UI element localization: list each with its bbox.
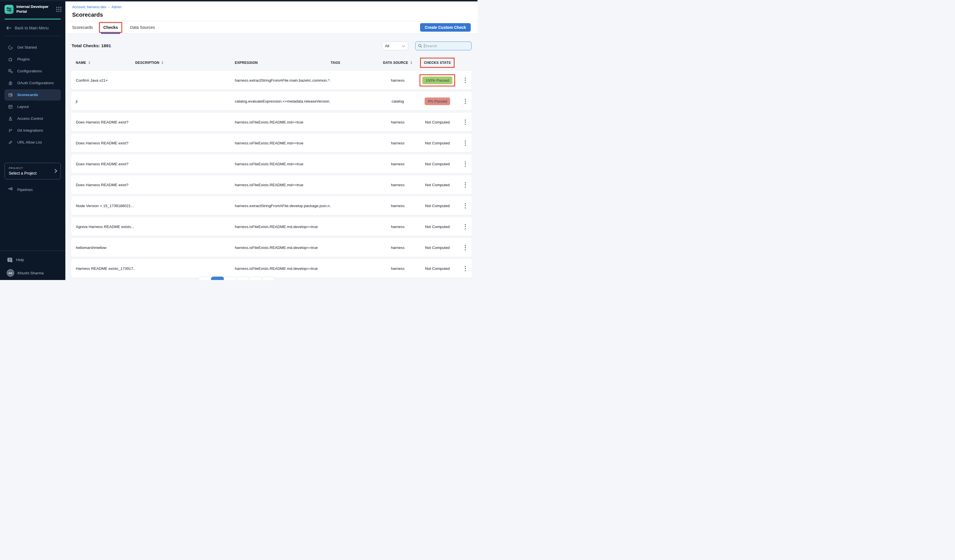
kebab-menu-icon[interactable] <box>459 197 472 215</box>
table-row[interactable]: Agniva Harness README exists... harness.… <box>71 217 471 236</box>
sidebar-item-configurations[interactable]: ⚙⚙ Configurations <box>5 66 61 77</box>
check-expression: harness.isFileExists.README.md==true <box>235 183 331 187</box>
pagination-page-button[interactable] <box>224 277 237 280</box>
kebab-menu-icon[interactable] <box>459 175 472 194</box>
table-row[interactable]: Confirm Java v21+ harness.extractStringF… <box>71 71 471 90</box>
search-icon <box>418 44 422 48</box>
sidebar-item-get-started[interactable]: Get Started <box>5 42 61 53</box>
sidebar-item-url-allow-list[interactable]: URL Allow List <box>5 137 61 148</box>
breadcrumb-account-link[interactable]: Account: harness-dev <box>72 5 106 9</box>
check-data-source: harness <box>379 78 416 83</box>
sidebar-divider <box>5 36 61 36</box>
sidebar: Internal Developer Portal Back to Main M… <box>0 0 65 280</box>
check-stats-cell: Not Computed <box>416 204 459 208</box>
table-row[interactable]: Node Version > 15_1739188021... harness.… <box>71 197 471 215</box>
kebab-menu-icon[interactable] <box>459 259 472 278</box>
link-icon <box>8 140 13 145</box>
status-badge: 100% Passed <box>422 76 452 84</box>
check-name: Agniva Harness README exists... <box>76 225 135 229</box>
sidebar-item-label: Configurations <box>17 69 42 73</box>
check-expression: harness.isFileExists.README.md.develop==… <box>235 245 331 250</box>
total-checks-label: Total Checks: 1891 <box>72 43 111 48</box>
check-stats-cell: Not Computed <box>416 162 459 166</box>
window-top-edge <box>0 0 478 2</box>
main-content: Account: harness-dev›Admin Scorecards Sc… <box>65 0 478 280</box>
table-row[interactable]: Does Harness README exist? harness.isFil… <box>71 175 471 194</box>
brand-title: Internal Developer Portal <box>16 5 55 14</box>
tab-data-sources[interactable]: Data Sources <box>130 25 155 30</box>
badge-wrap: 0% Passed <box>424 99 450 103</box>
kebab-menu-icon[interactable] <box>459 71 472 90</box>
project-meta: PROJECT Select a Project <box>9 167 55 175</box>
kebab-menu-icon[interactable] <box>459 92 472 111</box>
kebab-menu-icon[interactable] <box>459 134 472 152</box>
app-grid-icon[interactable] <box>56 7 61 12</box>
create-custom-check-button[interactable]: Create Custom Check <box>420 23 471 32</box>
status-badge: Not Computed <box>425 162 449 166</box>
sidebar-item-oauth-configurations[interactable]: OAuth Configurations <box>5 77 61 89</box>
help-label: Help <box>16 258 24 262</box>
app-root: Internal Developer Portal Back to Main M… <box>0 0 478 280</box>
sidebar-item-scorecards[interactable]: Scorecards <box>5 89 61 101</box>
tab-checks[interactable]: Checks <box>103 25 118 30</box>
check-name: Harness README exists_173917... <box>76 267 135 271</box>
sidebar-item-pipelines[interactable]: Pipelines <box>8 187 61 193</box>
search-input[interactable] <box>425 44 469 48</box>
badge-wrap: Not Computed <box>425 162 449 166</box>
sidebar-item-layout[interactable]: Layout <box>5 101 61 112</box>
pagination-next-button[interactable] <box>262 277 275 280</box>
pagination-page-button-active[interactable] <box>211 277 224 280</box>
check-data-source: harness <box>379 267 416 271</box>
sidebar-item-git-integrations[interactable]: Git Integrations <box>5 125 61 136</box>
sidebar-item-plugins[interactable]: Plugins <box>5 54 61 65</box>
sidebar-item-label: Plugins <box>17 57 30 61</box>
pagination-page-button[interactable] <box>236 277 249 280</box>
kebab-menu-icon[interactable] <box>459 154 472 173</box>
sort-icon[interactable] <box>410 61 412 64</box>
kebab-menu-icon[interactable] <box>459 217 472 236</box>
column-header-tags: TAGS <box>331 61 379 65</box>
status-badge: Not Computed <box>425 225 449 229</box>
text-caret <box>424 44 424 48</box>
table-row[interactable]: Does Harness README exist? harness.isFil… <box>71 154 471 173</box>
table-row[interactable]: ji catalog.evaluateExpression.<+metadata… <box>71 92 471 111</box>
project-label: PROJECT <box>9 167 55 170</box>
status-badge: Not Computed <box>425 183 449 187</box>
badge-wrap: Not Computed <box>425 120 449 124</box>
breadcrumb: Account: harness-dev›Admin <box>72 5 471 9</box>
pagination-prev-button[interactable] <box>198 277 211 280</box>
chevron-down-icon <box>402 44 405 48</box>
breadcrumb-admin-link[interactable]: Admin <box>111 5 121 9</box>
sort-icon[interactable] <box>161 61 163 64</box>
search-box <box>415 42 471 50</box>
column-header-data-source: DATA SOURCE <box>379 61 416 65</box>
user-menu[interactable]: KS Khushi Sharma <box>7 269 61 277</box>
checks-table-body: Confirm Java v21+ harness.extractStringF… <box>71 71 471 280</box>
tab-scorecards[interactable]: Scorecards <box>72 25 93 30</box>
check-stats-cell: Not Computed <box>416 267 459 271</box>
sidebar-item-access-control[interactable]: Access Control <box>5 113 61 124</box>
kebab-menu-icon[interactable] <box>459 113 472 131</box>
check-data-source: harness <box>379 204 416 208</box>
check-expression: harness.extractStringFromAFile.develop.p… <box>235 204 331 208</box>
check-name: Does Harness README exist? <box>76 183 135 187</box>
check-data-source: harness <box>379 120 416 124</box>
table-row[interactable]: Harness README exists_173917... harness.… <box>71 259 471 278</box>
sort-icon[interactable] <box>88 61 91 64</box>
brand-header: Internal Developer Portal <box>0 0 65 17</box>
sidebar-bottom-divider <box>0 251 65 251</box>
table-row[interactable]: hellomarshmellow harness.isFileExists.RE… <box>71 238 471 257</box>
badge-wrap: Not Computed <box>425 245 449 250</box>
filter-select[interactable]: All <box>382 42 408 50</box>
back-to-main-menu[interactable]: Back to Main Menu <box>0 19 65 36</box>
table-row[interactable]: Does Harness README exist? harness.isFil… <box>71 113 471 131</box>
tabs-bar: Scorecards Checks Data Sources Create Cu… <box>65 21 478 34</box>
table-row[interactable]: Does Harness README exist? harness.isFil… <box>71 134 471 152</box>
pagination-page-button[interactable] <box>249 277 262 280</box>
help-chat-icon: ? <box>7 258 12 262</box>
project-selector[interactable]: PROJECT Select a Project <box>5 163 61 179</box>
check-expression: harness.isFileExists.README.md==true <box>235 162 331 166</box>
check-expression: harness.isFileExists.README.md==true <box>235 120 331 124</box>
kebab-menu-icon[interactable] <box>459 238 472 257</box>
help-button[interactable]: ? Help <box>7 258 61 262</box>
